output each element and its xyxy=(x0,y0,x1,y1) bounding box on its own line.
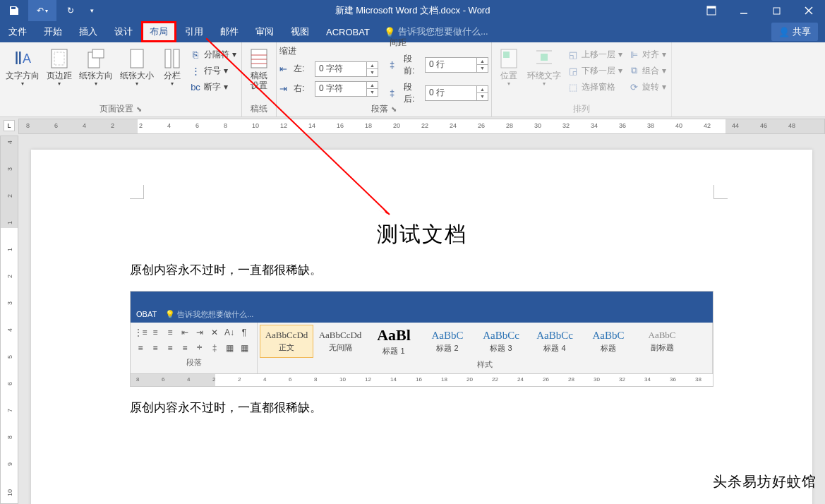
window-controls xyxy=(695,0,825,21)
spin-up[interactable]: ▲ xyxy=(477,58,488,66)
tab-layout[interactable]: 布局 xyxy=(141,21,176,42)
indent-right-input[interactable]: 0 字符▲▼ xyxy=(315,81,378,97)
page-setup-launcher[interactable]: ⬊ xyxy=(136,105,142,113)
size-icon xyxy=(128,47,145,71)
doc-paragraph[interactable]: 原创内容永不过时，一直都很稀缺。 xyxy=(130,262,713,278)
spin-down[interactable]: ▼ xyxy=(477,65,488,72)
svg-rect-9 xyxy=(92,49,104,58)
embedded-screenshot: OBAT 💡 告诉我您想要做什么... ⋮≡≡≡⇤⇥✕A↓¶ ≡≡≡≡⫩‡▦▦ … xyxy=(130,291,713,387)
bring-forward-button[interactable]: ◱上移一层 ▾ xyxy=(565,47,625,62)
style-标题 2[interactable]: AaBbC标题 2 xyxy=(421,325,474,358)
doc-title[interactable]: 测试文档 xyxy=(80,220,763,249)
spacing-before-row: ‡段前:0 行▲▼ xyxy=(390,53,488,77)
spacing-after-input[interactable]: 0 行▲▼ xyxy=(425,85,488,101)
orientation-button[interactable]: 纸张方向▾ xyxy=(76,44,116,89)
style-标题[interactable]: AaBbC标题 xyxy=(582,325,635,358)
ruler-tab-selector[interactable]: L xyxy=(4,120,15,131)
window-title: 新建 Microsoft Word 文档.docx - Word xyxy=(335,4,490,17)
wrap-text-button[interactable]: 环绕文字▾ xyxy=(524,44,564,89)
save-button[interactable] xyxy=(0,0,28,21)
crop-mark xyxy=(713,185,728,199)
vertical-ruler[interactable]: 432112345678910 xyxy=(0,136,18,504)
group-paragraph: 缩进 ⇤左:0 字符▲▼ ⇥右:0 字符▲▼ 间距 ‡段前:0 行▲▼ ‡段后:… xyxy=(277,42,492,116)
selection-pane-button[interactable]: ⬚选择窗格 xyxy=(565,80,625,95)
columns-icon xyxy=(164,47,181,71)
share-button[interactable]: 👤 共享 xyxy=(771,23,818,41)
wrap-icon xyxy=(535,47,553,71)
watermark-text: 头杀易坊好蚊馆 xyxy=(713,472,817,491)
position-icon xyxy=(500,47,518,71)
margins-icon xyxy=(50,47,68,71)
backward-icon: ◲ xyxy=(567,66,579,76)
ribbon: ⅡA文字方向▾ 页边距▾ 纸张方向▾ 纸张大小▾ 分栏▾ ⎘分隔符 ▾ ⋮行号 … xyxy=(0,42,825,117)
document-area[interactable]: 测试文档 原创内容永不过时，一直都很稀缺。 OBAT 💡 告诉我您想要做什么..… xyxy=(18,136,825,504)
align-button[interactable]: ⊫对齐 ▾ xyxy=(626,47,668,62)
svg-rect-19 xyxy=(541,54,548,61)
position-button[interactable]: 位置▾ xyxy=(495,44,523,89)
workspace: 432112345678910 测试文档 原创内容永不过时，一直都很稀缺。 OB… xyxy=(0,136,825,504)
tab-view[interactable]: 视图 xyxy=(282,21,318,42)
rotate-button[interactable]: ⟳旋转 ▾ xyxy=(626,80,668,95)
columns-button[interactable]: 分栏▾ xyxy=(158,44,186,89)
indent-right-row: ⇥右:0 字符▲▼ xyxy=(279,81,378,97)
paragraph-launcher[interactable]: ⬊ xyxy=(391,105,397,113)
tab-references[interactable]: 引用 xyxy=(176,21,212,42)
indent-right-icon: ⇥ xyxy=(279,83,291,94)
spacing-before-input[interactable]: 0 行▲▼ xyxy=(425,57,488,73)
indent-left-input[interactable]: 0 字符▲▼ xyxy=(315,61,378,77)
spin-down[interactable]: ▼ xyxy=(367,69,378,76)
spin-up[interactable]: ▲ xyxy=(367,82,378,90)
close-button[interactable] xyxy=(793,0,825,21)
tab-acrobat[interactable]: ACROBAT xyxy=(318,21,378,42)
spin-up[interactable]: ▲ xyxy=(367,62,378,70)
tab-insert[interactable]: 插入 xyxy=(71,21,106,42)
orientation-icon xyxy=(87,47,105,71)
style-正文[interactable]: AaBbCcDd正文 xyxy=(260,325,313,358)
style-标题 4[interactable]: AaBbCc标题 4 xyxy=(528,325,582,358)
style-标题 3[interactable]: AaBbCc标题 3 xyxy=(474,325,528,358)
style-副标题[interactable]: AaBbC副标题 xyxy=(635,325,689,358)
tab-review[interactable]: 审阅 xyxy=(247,21,282,42)
tab-file[interactable]: 文件 xyxy=(0,21,35,42)
group-button[interactable]: ⧉组合 ▾ xyxy=(626,64,668,78)
text-direction-icon: ⅡA xyxy=(14,47,31,71)
line-numbers-button[interactable]: ⋮行号 ▾ xyxy=(188,64,239,78)
indent-left-icon: ⇤ xyxy=(279,64,291,74)
svg-rect-10 xyxy=(131,49,143,68)
spacing-before-icon: ‡ xyxy=(390,59,401,70)
undo-button[interactable]: ↶ ▾ xyxy=(28,0,56,21)
page[interactable]: 测试文档 原创内容永不过时，一直都很稀缺。 OBAT 💡 告诉我您想要做什么..… xyxy=(31,150,812,504)
maximize-button[interactable] xyxy=(760,0,793,21)
size-button[interactable]: 纸张大小▾ xyxy=(117,44,157,89)
hyphenation-button[interactable]: bc断字 ▾ xyxy=(188,80,239,95)
send-backward-button[interactable]: ◲下移一层 ▾ xyxy=(565,64,625,78)
svg-rect-11 xyxy=(165,49,171,68)
svg-rect-1 xyxy=(707,6,716,8)
text-direction-button[interactable]: ⅡA文字方向▾ xyxy=(3,44,42,89)
margins-button[interactable]: 页边距▾ xyxy=(44,44,75,89)
spin-down[interactable]: ▼ xyxy=(367,89,378,96)
style-无间隔[interactable]: AaBbCcDd无间隔 xyxy=(313,325,367,358)
svg-rect-12 xyxy=(174,49,179,68)
style-标题 1[interactable]: AaBl标题 1 xyxy=(367,325,421,358)
tab-home[interactable]: 开始 xyxy=(35,21,71,42)
qat-customize[interactable]: ▾ xyxy=(85,0,99,21)
minimize-button[interactable] xyxy=(728,0,760,21)
line-numbers-icon: ⋮ xyxy=(190,66,201,76)
doc-paragraph-2[interactable]: 原创内容永不过时，一直都很稀缺。 xyxy=(130,400,713,416)
spin-down[interactable]: ▼ xyxy=(477,93,488,100)
group-page-setup: ⅡA文字方向▾ 页边距▾ 纸张方向▾ 纸张大小▾ 分栏▾ ⎘分隔符 ▾ ⋮行号 … xyxy=(0,42,242,116)
ribbon-options-button[interactable] xyxy=(695,0,728,21)
manuscript-settings-button[interactable]: 稿纸 设置 xyxy=(245,44,273,92)
svg-rect-13 xyxy=(251,49,267,68)
tab-design[interactable]: 设计 xyxy=(106,21,141,42)
tab-mailings[interactable]: 邮件 xyxy=(212,21,247,42)
redo-button[interactable]: ↻ xyxy=(56,0,85,21)
quick-access-toolbar: ↶ ▾ ↻ ▾ xyxy=(0,0,99,21)
breaks-button[interactable]: ⎘分隔符 ▾ xyxy=(188,47,239,62)
spin-up[interactable]: ▲ xyxy=(477,86,488,94)
emb-styles-group: AaBbCcDd正文AaBbCcDd无间隔AaBl标题 1AaBbC标题 2Aa… xyxy=(258,323,713,373)
svg-rect-18 xyxy=(503,52,510,58)
horizontal-ruler[interactable]: 8642246810121416182022242628303234363840… xyxy=(18,119,825,134)
rotate-icon: ⟳ xyxy=(628,82,639,92)
